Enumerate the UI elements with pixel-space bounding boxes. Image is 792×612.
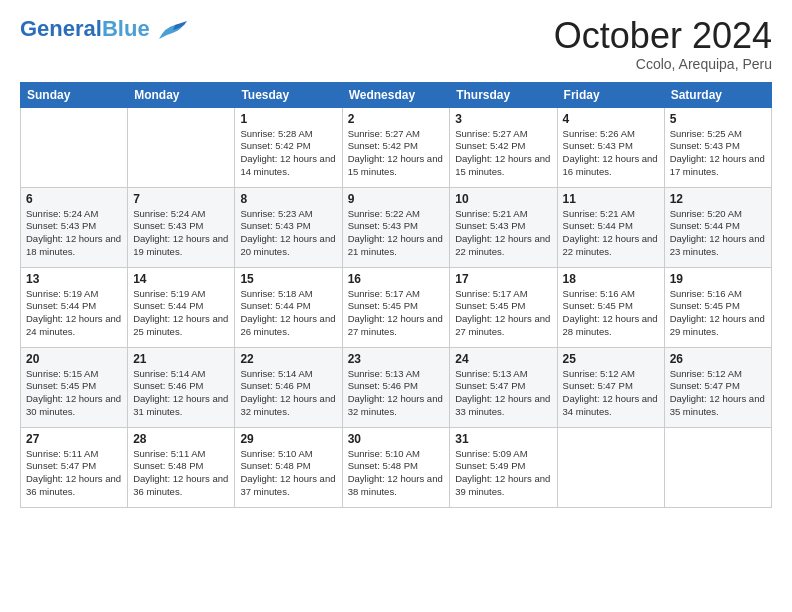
- day-number: 17: [455, 272, 551, 286]
- calendar-cell: 29Sunrise: 5:10 AMSunset: 5:48 PMDayligh…: [235, 427, 342, 507]
- day-number: 22: [240, 352, 336, 366]
- day-info: Sunrise: 5:14 AMSunset: 5:46 PMDaylight:…: [240, 368, 336, 419]
- calendar-week-row: 20Sunrise: 5:15 AMSunset: 5:45 PMDayligh…: [21, 347, 772, 427]
- calendar-cell: 17Sunrise: 5:17 AMSunset: 5:45 PMDayligh…: [450, 267, 557, 347]
- day-info: Sunrise: 5:24 AMSunset: 5:43 PMDaylight:…: [26, 208, 122, 259]
- calendar-cell: 20Sunrise: 5:15 AMSunset: 5:45 PMDayligh…: [21, 347, 128, 427]
- day-number: 1: [240, 112, 336, 126]
- day-number: 6: [26, 192, 122, 206]
- calendar-cell: 28Sunrise: 5:11 AMSunset: 5:48 PMDayligh…: [128, 427, 235, 507]
- col-friday: Friday: [557, 82, 664, 107]
- calendar-cell: 18Sunrise: 5:16 AMSunset: 5:45 PMDayligh…: [557, 267, 664, 347]
- logo-bird-icon: [157, 21, 187, 43]
- logo-blue-text: Blue: [102, 16, 150, 41]
- day-info: Sunrise: 5:25 AMSunset: 5:43 PMDaylight:…: [670, 128, 766, 179]
- day-info: Sunrise: 5:21 AMSunset: 5:44 PMDaylight:…: [563, 208, 659, 259]
- calendar-cell: 16Sunrise: 5:17 AMSunset: 5:45 PMDayligh…: [342, 267, 450, 347]
- day-number: 14: [133, 272, 229, 286]
- day-number: 12: [670, 192, 766, 206]
- calendar-cell: 30Sunrise: 5:10 AMSunset: 5:48 PMDayligh…: [342, 427, 450, 507]
- col-tuesday: Tuesday: [235, 82, 342, 107]
- day-number: 8: [240, 192, 336, 206]
- calendar-cell: 2Sunrise: 5:27 AMSunset: 5:42 PMDaylight…: [342, 107, 450, 187]
- logo: GeneralBlue: [20, 16, 187, 43]
- calendar-cell: 23Sunrise: 5:13 AMSunset: 5:46 PMDayligh…: [342, 347, 450, 427]
- day-number: 11: [563, 192, 659, 206]
- day-info: Sunrise: 5:16 AMSunset: 5:45 PMDaylight:…: [670, 288, 766, 339]
- calendar-cell: 19Sunrise: 5:16 AMSunset: 5:45 PMDayligh…: [664, 267, 771, 347]
- calendar-cell: 1Sunrise: 5:28 AMSunset: 5:42 PMDaylight…: [235, 107, 342, 187]
- calendar-cell: [128, 107, 235, 187]
- day-info: Sunrise: 5:11 AMSunset: 5:47 PMDaylight:…: [26, 448, 122, 499]
- title-block: October 2024 Ccolo, Arequipa, Peru: [554, 16, 772, 72]
- calendar-cell: 6Sunrise: 5:24 AMSunset: 5:43 PMDaylight…: [21, 187, 128, 267]
- day-info: Sunrise: 5:27 AMSunset: 5:42 PMDaylight:…: [455, 128, 551, 179]
- calendar-week-row: 1Sunrise: 5:28 AMSunset: 5:42 PMDaylight…: [21, 107, 772, 187]
- calendar-cell: [557, 427, 664, 507]
- day-info: Sunrise: 5:09 AMSunset: 5:49 PMDaylight:…: [455, 448, 551, 499]
- day-info: Sunrise: 5:13 AMSunset: 5:46 PMDaylight:…: [348, 368, 445, 419]
- day-number: 7: [133, 192, 229, 206]
- day-info: Sunrise: 5:23 AMSunset: 5:43 PMDaylight:…: [240, 208, 336, 259]
- day-info: Sunrise: 5:16 AMSunset: 5:45 PMDaylight:…: [563, 288, 659, 339]
- day-info: Sunrise: 5:24 AMSunset: 5:43 PMDaylight:…: [133, 208, 229, 259]
- col-sunday: Sunday: [21, 82, 128, 107]
- calendar-cell: 14Sunrise: 5:19 AMSunset: 5:44 PMDayligh…: [128, 267, 235, 347]
- day-info: Sunrise: 5:22 AMSunset: 5:43 PMDaylight:…: [348, 208, 445, 259]
- header: GeneralBlue October 2024 Ccolo, Arequipa…: [20, 16, 772, 72]
- day-number: 2: [348, 112, 445, 126]
- day-number: 3: [455, 112, 551, 126]
- day-number: 25: [563, 352, 659, 366]
- calendar-cell: 31Sunrise: 5:09 AMSunset: 5:49 PMDayligh…: [450, 427, 557, 507]
- day-number: 19: [670, 272, 766, 286]
- day-info: Sunrise: 5:14 AMSunset: 5:46 PMDaylight:…: [133, 368, 229, 419]
- day-number: 10: [455, 192, 551, 206]
- calendar-week-row: 6Sunrise: 5:24 AMSunset: 5:43 PMDaylight…: [21, 187, 772, 267]
- calendar-cell: [21, 107, 128, 187]
- day-info: Sunrise: 5:21 AMSunset: 5:43 PMDaylight:…: [455, 208, 551, 259]
- day-info: Sunrise: 5:27 AMSunset: 5:42 PMDaylight:…: [348, 128, 445, 179]
- day-number: 30: [348, 432, 445, 446]
- calendar-cell: 9Sunrise: 5:22 AMSunset: 5:43 PMDaylight…: [342, 187, 450, 267]
- calendar-cell: 25Sunrise: 5:12 AMSunset: 5:47 PMDayligh…: [557, 347, 664, 427]
- day-info: Sunrise: 5:19 AMSunset: 5:44 PMDaylight:…: [26, 288, 122, 339]
- day-info: Sunrise: 5:26 AMSunset: 5:43 PMDaylight:…: [563, 128, 659, 179]
- day-info: Sunrise: 5:19 AMSunset: 5:44 PMDaylight:…: [133, 288, 229, 339]
- calendar-cell: 24Sunrise: 5:13 AMSunset: 5:47 PMDayligh…: [450, 347, 557, 427]
- calendar-cell: 12Sunrise: 5:20 AMSunset: 5:44 PMDayligh…: [664, 187, 771, 267]
- calendar-cell: [664, 427, 771, 507]
- day-number: 16: [348, 272, 445, 286]
- day-info: Sunrise: 5:20 AMSunset: 5:44 PMDaylight:…: [670, 208, 766, 259]
- calendar-cell: 27Sunrise: 5:11 AMSunset: 5:47 PMDayligh…: [21, 427, 128, 507]
- calendar-cell: 5Sunrise: 5:25 AMSunset: 5:43 PMDaylight…: [664, 107, 771, 187]
- day-info: Sunrise: 5:13 AMSunset: 5:47 PMDaylight:…: [455, 368, 551, 419]
- day-info: Sunrise: 5:15 AMSunset: 5:45 PMDaylight:…: [26, 368, 122, 419]
- calendar-cell: 21Sunrise: 5:14 AMSunset: 5:46 PMDayligh…: [128, 347, 235, 427]
- col-wednesday: Wednesday: [342, 82, 450, 107]
- day-number: 4: [563, 112, 659, 126]
- day-number: 5: [670, 112, 766, 126]
- day-number: 23: [348, 352, 445, 366]
- calendar-cell: 22Sunrise: 5:14 AMSunset: 5:46 PMDayligh…: [235, 347, 342, 427]
- day-number: 27: [26, 432, 122, 446]
- day-number: 9: [348, 192, 445, 206]
- day-info: Sunrise: 5:18 AMSunset: 5:44 PMDaylight:…: [240, 288, 336, 339]
- day-number: 28: [133, 432, 229, 446]
- day-info: Sunrise: 5:17 AMSunset: 5:45 PMDaylight:…: [348, 288, 445, 339]
- col-monday: Monday: [128, 82, 235, 107]
- day-info: Sunrise: 5:11 AMSunset: 5:48 PMDaylight:…: [133, 448, 229, 499]
- calendar-header-row: Sunday Monday Tuesday Wednesday Thursday…: [21, 82, 772, 107]
- day-number: 13: [26, 272, 122, 286]
- calendar-cell: 13Sunrise: 5:19 AMSunset: 5:44 PMDayligh…: [21, 267, 128, 347]
- day-info: Sunrise: 5:12 AMSunset: 5:47 PMDaylight:…: [563, 368, 659, 419]
- calendar-cell: 8Sunrise: 5:23 AMSunset: 5:43 PMDaylight…: [235, 187, 342, 267]
- day-info: Sunrise: 5:10 AMSunset: 5:48 PMDaylight:…: [348, 448, 445, 499]
- calendar-week-row: 13Sunrise: 5:19 AMSunset: 5:44 PMDayligh…: [21, 267, 772, 347]
- page-title: October 2024: [554, 16, 772, 56]
- calendar-week-row: 27Sunrise: 5:11 AMSunset: 5:47 PMDayligh…: [21, 427, 772, 507]
- day-number: 26: [670, 352, 766, 366]
- day-number: 31: [455, 432, 551, 446]
- page-subtitle: Ccolo, Arequipa, Peru: [554, 56, 772, 72]
- day-number: 29: [240, 432, 336, 446]
- col-saturday: Saturday: [664, 82, 771, 107]
